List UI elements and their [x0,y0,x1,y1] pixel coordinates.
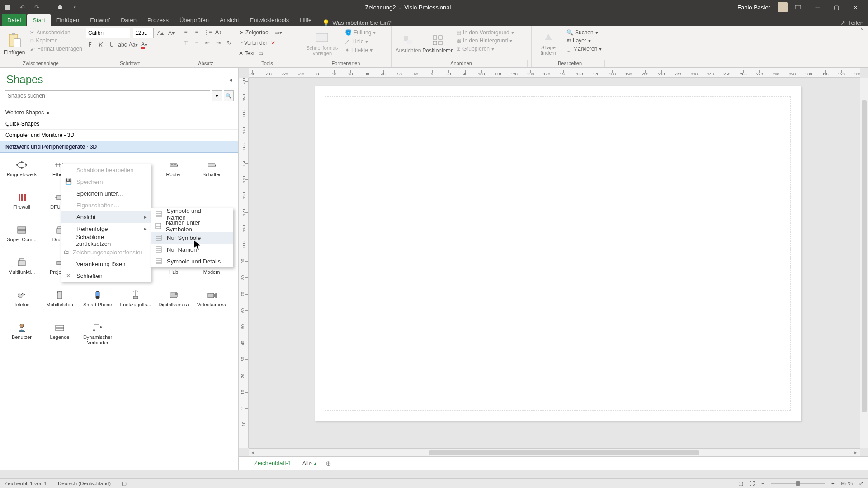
sheets-all-button[interactable]: Alle▴ [302,460,317,467]
save-icon[interactable] [4,3,12,11]
zoom-value[interactable]: 95 % [841,481,853,486]
cut-button[interactable]: ✂Ausschneiden [28,29,83,36]
pointer-tool[interactable]: ➤Zeigertool▭▾ [238,28,283,37]
zoom-slider[interactable] [771,483,825,484]
fit-page-icon[interactable]: ⤢ [859,480,863,487]
format-painter-button[interactable]: 🖌Format übertragen [28,45,83,52]
maximize-button[interactable]: ▢ [827,2,845,13]
tab-hilfe[interactable]: Hilfe [294,14,317,26]
font-name-combo[interactable] [86,28,130,38]
scroll-right-icon[interactable]: ▸ [852,450,860,455]
shape-item[interactable]: Schalter [193,157,231,189]
user-name[interactable]: Fabio Basler [737,4,770,11]
close-window-button[interactable]: ✕ [846,2,864,13]
submenu-item[interactable]: Nur Namen [151,244,233,255]
shape-item[interactable]: Firewall [3,190,41,221]
ctx-item[interactable]: Ansicht▸ [61,211,151,223]
strike-icon[interactable]: abc [118,41,127,49]
align-left-icon[interactable]: ≡ [182,28,190,36]
shape-item[interactable]: Smart Phone [79,287,117,319]
tab-daten[interactable]: Daten [115,14,142,26]
indent-inc-icon[interactable]: ⇥ [214,39,222,47]
ctx-item[interactable]: ✕Schließen [61,270,151,282]
shape-item[interactable]: Router [155,157,193,189]
more-shapes-link[interactable]: Weitere Shapes▸ [0,105,238,118]
layer-button[interactable]: ≋Layer ▾ [565,37,603,44]
shape-item[interactable]: Ringnetzwerk [3,157,41,189]
tab-file[interactable]: Datei [2,14,26,26]
tell-me[interactable]: 💡 Was möchten Sie tun? [322,19,391,26]
zoom-out-icon[interactable]: − [761,481,764,486]
rect-icon[interactable]: ▭▾ [274,28,282,37]
submenu-item[interactable]: Namen unter Symbolen [151,220,233,232]
status-language[interactable]: Deutsch (Deutschland) [58,481,111,486]
drawing-stage[interactable] [249,78,860,448]
tab-entwicklertools[interactable]: Entwicklertools [245,14,295,26]
bring-front-button[interactable]: ▦In den Vordergrund ▾ [455,29,515,36]
shapes-search-input[interactable] [5,90,210,101]
share-button[interactable]: ↗ Teilen [840,19,863,26]
shape-item[interactable]: Super-Com... [3,222,41,254]
submenu-item[interactable]: Symbole und Details [151,255,233,267]
align-center-icon[interactable]: ≡ [193,28,201,36]
shape-item[interactable]: Legende [41,320,79,352]
macro-record-icon[interactable]: ▢ [122,480,127,487]
connector-tool[interactable]: ╰Verbinder✕ [238,38,278,47]
fill-button[interactable]: 🪣Füllung ▾ [344,29,377,36]
zoom-in-icon[interactable]: + [831,481,835,486]
shape-item[interactable]: Mobiltelefon [41,287,79,319]
textdirection-icon[interactable]: A↕ [214,28,222,36]
submenu-item[interactable]: Symbole und Namen [151,208,233,220]
tab-prozess[interactable]: Prozess [142,14,174,26]
shape-item[interactable]: Funkzugriffs... [117,287,155,319]
group-button[interactable]: ⊞Gruppieren ▾ [455,45,515,52]
case-icon[interactable]: Aa▾ [129,41,137,49]
search-go-button[interactable]: 🔍 [224,90,234,101]
line-button[interactable]: ／Linie ▾ [344,37,377,46]
search-dropdown-button[interactable]: ▾ [212,90,222,101]
effects-button[interactable]: ✦Effekte ▾ [344,47,377,54]
indent-dec-icon[interactable]: ⇤ [203,39,212,47]
paste-button[interactable]: Einfügen [4,28,25,60]
find-button[interactable]: 🔍Suchen ▾ [565,29,603,36]
ctx-item[interactable]: Schablone zurücksetzen [61,235,151,246]
shape-item[interactable]: Multifunkti... [3,255,41,286]
quick-styles-button[interactable]: Schnellformat-vorlagen [305,28,340,60]
shape-item[interactable]: Videokamera [193,287,231,319]
tab-entwurf[interactable]: Entwurf [85,14,115,26]
minimize-button[interactable]: ─ [808,2,826,13]
print-icon[interactable] [56,3,64,11]
tab-start[interactable]: Start [27,14,50,26]
user-avatar[interactable] [778,2,788,12]
ctx-item[interactable]: Speichern unter… [61,188,151,199]
textbox-icon[interactable]: ▭ [256,49,264,57]
ctx-item[interactable]: Verankerung lösen [61,258,151,270]
fullscreen-icon[interactable]: ⛶ [750,481,755,486]
ribbon-collapse-icon[interactable]: ˄ [855,26,868,67]
conn-x-icon[interactable]: ✕ [269,39,277,47]
undo-icon[interactable]: ↶ [18,3,26,11]
panel-collapse-icon[interactable]: ◂ [229,76,232,83]
tab-einfuegen[interactable]: Einfügen [51,14,85,26]
shape-item[interactable]: Dynamischer Verbinder [79,320,117,352]
italic-icon[interactable]: K [97,41,105,49]
stencil-quickshapes[interactable]: Quick-Shapes [0,118,238,130]
position-button[interactable]: Positionieren [425,28,451,60]
vertical-scrollbar[interactable] [860,78,868,448]
tab-ueberpruefen[interactable]: Überprüfen [174,14,214,26]
ribbon-display-icon[interactable] [795,4,801,10]
grow-font-icon[interactable]: A▴ [156,29,165,37]
send-back-button[interactable]: ▧In den Hintergrund ▾ [455,37,515,44]
zoom-slider-thumb[interactable] [796,481,800,486]
tab-ansicht[interactable]: Ansicht [214,14,245,26]
add-sheet-button[interactable]: ⊕ [323,459,333,469]
stencil-computer[interactable]: Computer und Monitore - 3D [0,130,238,141]
change-shape-button[interactable]: Shape ändern [535,28,561,60]
hscroll-thumb[interactable] [429,450,699,455]
shape-item[interactable]: Telefon [3,287,41,319]
underline-icon[interactable]: U [108,41,116,49]
horizontal-scrollbar[interactable]: ◂ ▸ [249,448,860,456]
copy-button[interactable]: ⧉Kopieren [28,37,83,44]
font-size-combo[interactable] [133,28,154,38]
bullets-icon[interactable]: ⋮≡ [203,28,212,36]
